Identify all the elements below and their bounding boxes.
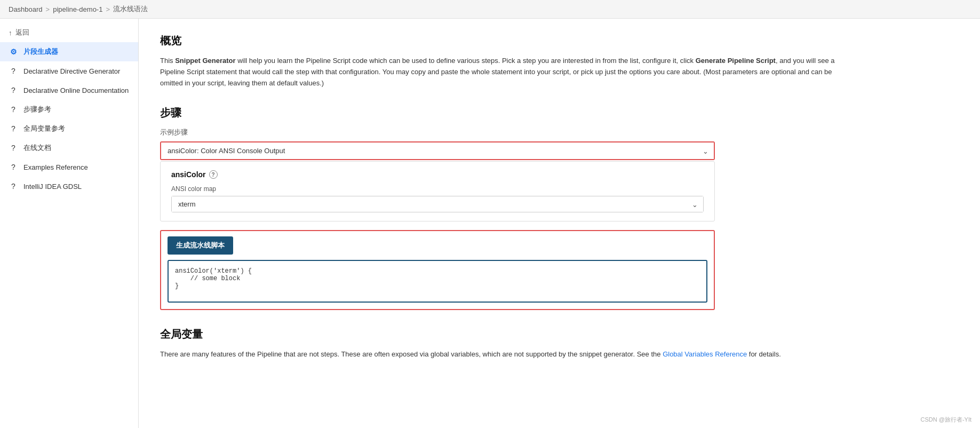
step-select[interactable]: ansiColor: Color ANSI Console Output bbox=[161, 142, 714, 159]
snippet-generator-bold: Snippet Generator bbox=[175, 57, 235, 65]
overview-text-1: This bbox=[160, 57, 175, 65]
global-vars-description: There are many features of the Pipeline … bbox=[160, 349, 854, 360]
sidebar-item-label-onlinedocs: 在线文档 bbox=[23, 143, 51, 153]
footer-attribution: CSDN @旅行者-YIt bbox=[920, 416, 971, 424]
main-content: 概览 This Snippet Generator will help you … bbox=[139, 19, 980, 428]
sidebar: ↑ 返回 ⚙ 片段生成器 ? Declarative Directive Gen… bbox=[0, 19, 139, 428]
overview-text-2: will help you learn the Pipeline Script … bbox=[236, 57, 696, 65]
sidebar-item-steps-ref[interactable]: ? 步骤参考 bbox=[0, 100, 138, 119]
sidebar-item-label-docs: Declarative Online Documentation bbox=[23, 86, 129, 94]
question-icon-7: ? bbox=[9, 181, 18, 191]
steps-label: 示例步骤 bbox=[160, 128, 959, 137]
code-output[interactable]: ansiColor('xterm') { // some block } bbox=[168, 260, 707, 303]
color-map-select-wrapper: xterm ⌄ bbox=[171, 196, 704, 212]
sidebar-item-label-snippet: 片段生成器 bbox=[23, 47, 58, 57]
ansicolor-help-icon[interactable]: ? bbox=[209, 170, 218, 179]
step-config-title: ansiColor ? bbox=[171, 170, 704, 179]
steps-section: 步骤 示例步骤 ansiColor: Color ANSI Console Ou… bbox=[160, 106, 959, 310]
question-icon-1: ? bbox=[9, 66, 18, 76]
overview-description: This Snippet Generator will help you lea… bbox=[160, 56, 854, 89]
question-icon-5: ? bbox=[9, 143, 18, 153]
global-vars-title: 全局变量 bbox=[160, 327, 959, 342]
breadcrumb-sep-1: > bbox=[46, 5, 50, 13]
back-label: 返回 bbox=[15, 28, 29, 37]
sidebar-item-label-examples: Examples Reference bbox=[23, 163, 88, 171]
sidebar-item-declarative-docs[interactable]: ? Declarative Online Documentation bbox=[0, 81, 138, 100]
generate-section: 生成流水线脚本 ansiColor('xterm') { // some blo… bbox=[160, 230, 715, 310]
global-vars-section: 全局变量 There are many features of the Pipe… bbox=[160, 327, 959, 360]
breadcrumb-sep-2: > bbox=[106, 5, 110, 13]
global-vars-text-1: There are many features of the Pipeline … bbox=[160, 350, 663, 358]
steps-title: 步骤 bbox=[160, 106, 959, 120]
question-icon-6: ? bbox=[9, 162, 18, 172]
sidebar-item-label-globalvars: 全局变量参考 bbox=[23, 124, 65, 133]
breadcrumb-current: 流水线语法 bbox=[113, 4, 148, 14]
breadcrumb-pipeline[interactable]: pipeline-demo-1 bbox=[53, 5, 102, 13]
color-map-select[interactable]: xterm bbox=[172, 196, 703, 212]
sidebar-item-label-intellij: IntelliJ IDEA GDSL bbox=[23, 183, 82, 191]
sidebar-item-global-vars[interactable]: ? 全局变量参考 bbox=[0, 119, 138, 138]
sidebar-item-declarative-directive[interactable]: ? Declarative Directive Generator bbox=[0, 61, 138, 81]
app-body: ↑ 返回 ⚙ 片段生成器 ? Declarative Directive Gen… bbox=[0, 19, 980, 428]
generate-pipeline-bold: Generate Pipeline Script bbox=[696, 57, 776, 65]
back-arrow-icon: ↑ bbox=[9, 29, 12, 37]
sidebar-item-examples-ref[interactable]: ? Examples Reference bbox=[0, 157, 138, 177]
overview-section: 概览 This Snippet Generator will help you … bbox=[160, 34, 959, 89]
sidebar-item-label-steps: 步骤参考 bbox=[23, 105, 51, 114]
sidebar-back[interactable]: ↑ 返回 bbox=[0, 23, 138, 42]
question-icon-2: ? bbox=[9, 85, 18, 95]
global-vars-text-2: for details. bbox=[747, 350, 781, 358]
generate-pipeline-button[interactable]: 生成流水线脚本 bbox=[168, 236, 233, 255]
question-icon-3: ? bbox=[9, 105, 18, 114]
step-name-label: ansiColor bbox=[171, 170, 206, 179]
gear-icon: ⚙ bbox=[9, 47, 18, 57]
breadcrumb-dashboard[interactable]: Dashboard bbox=[9, 5, 43, 13]
breadcrumb: Dashboard > pipeline-demo-1 > 流水线语法 bbox=[0, 0, 980, 19]
color-map-label: ANSI color map bbox=[171, 185, 704, 193]
sidebar-item-intellij-gdsl[interactable]: ? IntelliJ IDEA GDSL bbox=[0, 177, 138, 196]
question-icon-4: ? bbox=[9, 124, 18, 133]
step-select-wrapper: ansiColor: Color ANSI Console Output ⌄ bbox=[160, 141, 715, 160]
sidebar-item-label-directive: Declarative Directive Generator bbox=[23, 67, 120, 75]
sidebar-item-snippet-generator[interactable]: ⚙ 片段生成器 bbox=[0, 42, 138, 61]
global-vars-reference-link[interactable]: Global Variables Reference bbox=[663, 350, 747, 358]
step-config-block: ansiColor ? ANSI color map xterm ⌄ bbox=[160, 161, 715, 221]
overview-title: 概览 bbox=[160, 34, 959, 48]
sidebar-item-online-docs[interactable]: ? 在线文档 bbox=[0, 138, 138, 157]
